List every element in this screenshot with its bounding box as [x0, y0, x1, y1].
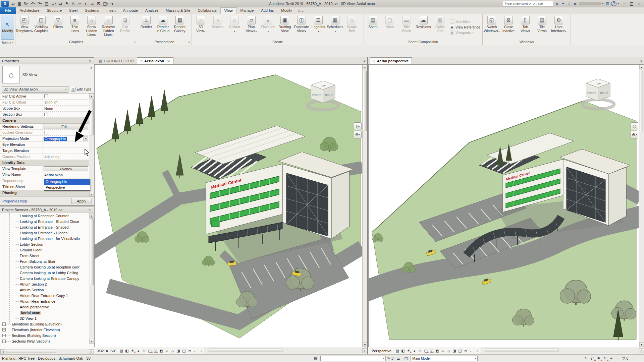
browser-tree-item[interactable]: + Camera looking up at Lobby Ceiling: [0, 270, 94, 276]
ribbon-button[interactable]: ☼ ShowHidden Lines▾: [83, 14, 100, 40]
temporary-hide-isolate-icon[interactable]: ∞×: [440, 348, 446, 354]
save-icon[interactable]: ▣▾: [16, 1, 22, 7]
viewcube-front-label[interactable]: FRONT: [312, 94, 321, 97]
design-options-combo[interactable]: Main Model▾: [411, 356, 478, 361]
ribbon-tab[interactable]: Analyze: [142, 7, 162, 14]
sign-in-user-icon[interactable]: ☻: [573, 1, 578, 6]
view-tab[interactable]: ⌂ Aerial axon ✕: [137, 57, 173, 64]
dialog-launcher-icon[interactable]: ↘: [188, 40, 191, 44]
sync-with-central-icon[interactable]: ↻▾: [23, 1, 30, 7]
ribbon-tab[interactable]: Collaborate: [194, 7, 220, 14]
search-go-icon[interactable]: ∞: [554, 1, 560, 6]
scroll-down-icon[interactable]: ▼: [639, 342, 644, 347]
ribbon-button[interactable]: ▤ Sheet▾: [365, 14, 381, 40]
viewcube-front-label[interactable]: FRONT: [587, 92, 596, 95]
browser-tree-item[interactable]: + Atrium Rear Entrance Copy 1: [0, 293, 94, 299]
canvas-vscrollbar[interactable]: ▲ ▼: [362, 65, 367, 347]
text-icon[interactable]: A▾: [70, 1, 76, 7]
close-icon[interactable]: ×: [635, 1, 643, 7]
undo-icon[interactable]: ↶▾: [30, 1, 37, 7]
scrollbar-thumb[interactable]: [485, 349, 558, 352]
ribbon-button[interactable]: ▦ Schedules▾: [327, 14, 343, 40]
browser-tree-item[interactable]: + From Balcony at Stair: [0, 259, 94, 264]
property-row[interactable]: Section Box ▾: [0, 112, 89, 118]
property-value[interactable]: 1000' 0": [44, 101, 58, 105]
view-list-dropdown-icon[interactable]: ▼: [363, 60, 366, 63]
drawing-canvas-left[interactable]: Medical Center: [94, 65, 367, 347]
viewcube-home-icon[interactable]: ⌂: [306, 95, 308, 99]
displacement-sets-icon[interactable]: ≍×: [187, 348, 193, 354]
scroll-right-icon[interactable]: ►: [639, 348, 644, 353]
fine-detail-level-icon[interactable]: ▨×: [118, 348, 124, 354]
render-dialog-icon[interactable]: ♨×: [417, 348, 423, 354]
scrollbar-thumb[interactable]: [90, 218, 94, 285]
property-row[interactable]: Rendering Settings Edit... Edit...▾ Edit…: [0, 124, 89, 130]
browser-tree-item[interactable]: + 3D View 1: [0, 316, 94, 321]
constraints-icon[interactable]: ⌐×: [193, 348, 198, 354]
ribbon-tab[interactable]: Architecture: [16, 7, 43, 14]
ribbon-state-dropdown-icon[interactable]: ▾: [302, 9, 304, 13]
expand-plus-icon[interactable]: +: [2, 328, 6, 331]
scrollbar-thumb[interactable]: [6, 350, 56, 353]
ribbon-tab[interactable]: View: [220, 7, 237, 14]
view-scale[interactable]: 3/32" = 1'-0": [96, 349, 117, 353]
ribbon-button[interactable]: ◇ ScopeBox▾: [343, 14, 360, 40]
ribbon-button[interactable]: ☁ Revisions▾: [415, 14, 432, 40]
switch-windows-icon[interactable]: ◫▾: [102, 1, 109, 7]
select-pinned-icon[interactable]: ⚑×: [596, 356, 601, 361]
scrollbar-thumb[interactable]: [209, 349, 282, 352]
browser-tree-item[interactable]: + Atrium Section 2: [0, 282, 94, 287]
view-list-dropdown-icon[interactable]: ▼: [640, 60, 643, 63]
property-row[interactable]: Target Elevation ▾: [0, 148, 89, 154]
ribbon-button[interactable]: ▽ Filters▾: [50, 14, 66, 40]
property-row[interactable]: Far Clip Active ▾: [0, 94, 89, 100]
restore-icon[interactable]: ◱: [628, 1, 635, 7]
active-design-option-icon[interactable]: ◫: [403, 356, 409, 361]
help-dropdown-icon[interactable]: ▾: [618, 2, 619, 5]
property-checkbox[interactable]: [44, 131, 48, 134]
browser-tree-item[interactable]: + Looking at Entrance - Hidden: [0, 230, 94, 236]
expand-plus-icon[interactable]: +: [2, 322, 6, 326]
property-row[interactable]: Scope Box None None▾ None: [0, 106, 89, 112]
temporary-view-properties-icon[interactable]: ◨×: [451, 348, 457, 354]
property-row[interactable]: View Name Aerial axon Aerial axon▾ Aeria…: [0, 172, 89, 178]
expand-plus-icon[interactable]: +: [2, 334, 6, 337]
modify-button[interactable]: ↖ Modify: [1, 15, 14, 40]
select-underlay-icon[interactable]: ↖×: [602, 356, 608, 361]
drag-on-selection-icon[interactable]: +×: [608, 356, 614, 361]
browser-tree-item[interactable]: + Camera looking at Entrance Canopy: [0, 276, 94, 282]
default-3d-view-icon[interactable]: ⌂▾: [76, 1, 83, 7]
search-input[interactable]: [503, 1, 553, 6]
ribbon-tab[interactable]: Insert: [103, 7, 119, 14]
favorites-icon[interactable]: ☆: [567, 1, 572, 6]
sun-path-icon[interactable]: ☀×: [406, 348, 412, 354]
property-value[interactable]: Aerial axon: [44, 173, 63, 177]
print-icon[interactable]: ▤▾: [44, 1, 50, 7]
scroll-down-icon[interactable]: ▼: [89, 339, 94, 344]
property-row[interactable]: Far Clip Offset 1000' 0" 1000' 0"▾ 1000'…: [0, 100, 89, 106]
scroll-down-icon[interactable]: ▼: [89, 192, 94, 196]
signed-in-user[interactable]: [579, 2, 601, 5]
scroll-up-icon[interactable]: ▲: [89, 94, 94, 98]
apply-button[interactable]: Apply: [71, 198, 92, 204]
browser-tree-item[interactable]: + Looking at Entrance - Shaded: [0, 225, 94, 230]
steering-wheel-icon[interactable]: ◎: [631, 122, 638, 130]
scrollbar-thumb[interactable]: [90, 99, 94, 135]
viewcube-top-label[interactable]: TOP: [320, 84, 326, 87]
section-icon[interactable]: ◐▾: [83, 1, 89, 7]
analytical-model-icon[interactable]: ◫×: [457, 348, 463, 354]
scrollbar-thumb[interactable]: [363, 71, 367, 131]
ribbon-button[interactable]: ▣ DraftingView▾: [276, 14, 293, 40]
collapse-bar-icon[interactable]: ‹: [199, 349, 203, 353]
ribbon-button[interactable]: ▦ RenderGallery▾: [171, 14, 188, 40]
canvas-vscrollbar[interactable]: ▲ ▼: [639, 65, 644, 347]
type-selector-dropdown-icon[interactable]: ▾: [90, 66, 92, 70]
edit-type-button[interactable]: ◫Edit Type: [69, 86, 93, 93]
browser-tree-item[interactable]: + Elevations (Building Elevation): [0, 321, 94, 327]
browser-tree-item[interactable]: + Looking at Entrance - Shaded Close: [0, 219, 94, 225]
browser-tree-item[interactable]: + Lobby Section: [0, 242, 94, 247]
property-value[interactable]: None: [44, 107, 53, 111]
constraints-icon[interactable]: ⌐×: [469, 348, 474, 354]
browser-tree-item[interactable]: + Camera looking up at reception ceilir: [0, 264, 94, 270]
ribbon-button[interactable]: ▤ TileViews▾: [534, 14, 550, 40]
